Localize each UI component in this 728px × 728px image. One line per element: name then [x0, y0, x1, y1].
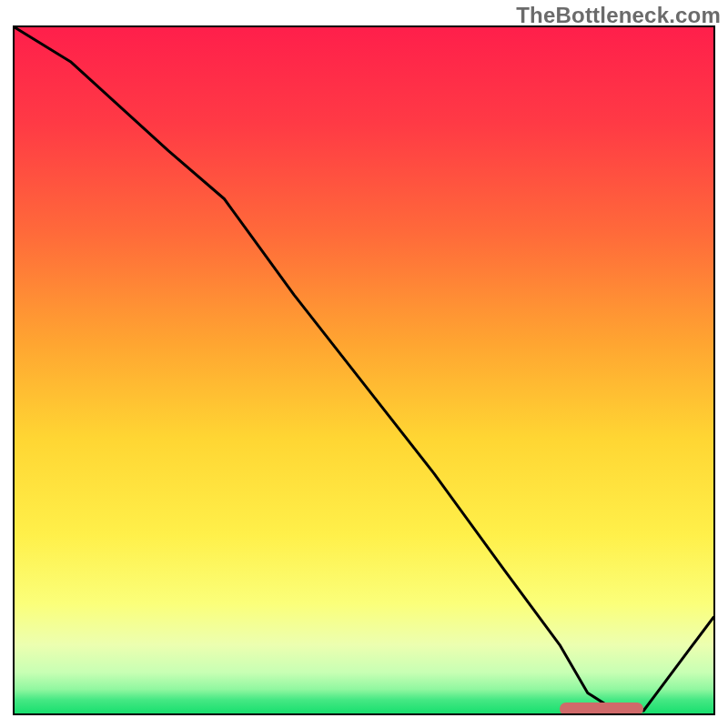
plot-frame: [13, 25, 715, 715]
background-gradient: [15, 27, 713, 713]
optimal-range-marker: [560, 703, 643, 715]
chart-container: TheBottleneck.com: [0, 0, 728, 728]
watermark-label: TheBottleneck.com: [516, 3, 721, 28]
